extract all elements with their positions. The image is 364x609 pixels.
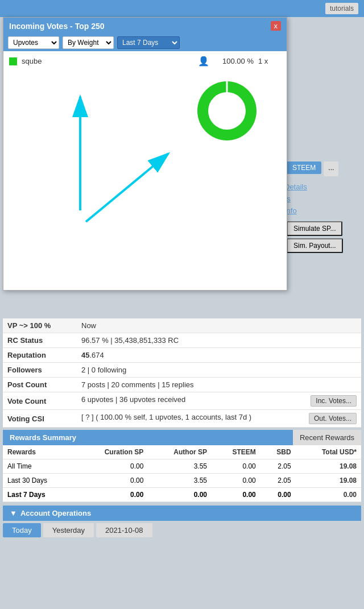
donut-hole xyxy=(208,92,246,130)
rewards-row-sbd: 0.00 xyxy=(260,488,296,502)
vote-count-text: 6 upvotes | 36 upvotes received xyxy=(81,395,185,404)
followers-label: Followers xyxy=(3,363,77,378)
rewards-section: Rewards Summary Recent Rewards Rewards C… xyxy=(3,430,361,502)
rewards-row-label: All Time xyxy=(3,459,76,474)
vote-type-select[interactable]: Upvotes Downvotes All xyxy=(8,36,59,49)
donut-chart xyxy=(190,74,264,148)
rewards-row-sbd: 2.05 xyxy=(260,459,296,474)
donut-svg xyxy=(190,74,264,148)
voting-csi-row: Voting CSI [ ? ] ( 100.00 % self, 1 upvo… xyxy=(3,410,361,428)
arrows-svg xyxy=(12,80,194,239)
account-ops-title: Account Operations xyxy=(20,509,91,517)
rewards-row-total: 19.08 xyxy=(296,474,361,488)
right-links: Details rs Info xyxy=(284,179,364,219)
stats-table: VP ~> 100 % Now RC Status 96.57 % | 35,4… xyxy=(3,318,361,428)
rewards-row-steem: 0.00 xyxy=(212,459,260,474)
rewards-row-author: 0.00 xyxy=(148,488,212,502)
col-author-sp: Author SP xyxy=(148,445,212,459)
rc-value: 96.57 % | 35,438,851,333 RC xyxy=(77,333,361,348)
voter-color-indicator xyxy=(9,57,17,65)
reputation-number: 45.674 xyxy=(81,351,104,359)
voter-percent: 100.00 % xyxy=(214,57,254,65)
rewards-row-total: 0.00 xyxy=(296,488,361,502)
col-rewards: Rewards xyxy=(3,445,76,459)
modal-body: sqube 👤 100.00 % 1 x xyxy=(3,51,287,290)
rewards-row-steem: 0.00 xyxy=(212,474,260,488)
col-sbd: SBD xyxy=(260,445,296,459)
col-curation-sp: Curation SP xyxy=(76,445,148,459)
rc-label: RC Status xyxy=(3,333,77,348)
rewards-row-label: Last 7 Days xyxy=(3,488,76,502)
rewards-row-author: 3.55 xyxy=(148,459,212,474)
rewards-row-total: 19.08 xyxy=(296,459,361,474)
ops-tab-2[interactable]: 2021-10-08 xyxy=(96,523,152,537)
modal-title: Incoming Votes - Top 250 xyxy=(9,22,105,31)
reputation-label: Reputation xyxy=(3,348,77,363)
ops-tab-0[interactable]: Today xyxy=(3,523,41,537)
inc-votes-button[interactable]: Inc. Votes... xyxy=(311,395,357,407)
csi-text: [ ? ] ( 100.00 % self, 1 upvotes, 1 acco… xyxy=(81,413,251,421)
sort-select[interactable]: By Weight By Count By Name xyxy=(63,36,114,49)
reputation-row: Reputation 45.674 xyxy=(3,348,361,363)
post-count-row: Post Count 7 posts | 20 comments | 15 re… xyxy=(3,378,361,392)
rewards-row-author: 3.55 xyxy=(148,474,212,488)
vp-row: VP ~> 100 % Now xyxy=(3,318,361,333)
voting-csi-value: [ ? ] ( 100.00 % self, 1 upvotes, 1 acco… xyxy=(77,410,361,428)
rewards-row-2: Last 7 Days 0.00 0.00 0.00 0.00 0.00 xyxy=(3,488,361,502)
tutorials-link[interactable]: tutorials xyxy=(325,3,358,14)
main-content: VP ~> 100 % Now RC Status 96.57 % | 35,4… xyxy=(0,318,364,540)
steem-button[interactable]: STEEM xyxy=(287,161,321,174)
modal-filters: Upvotes Downvotes All By Weight By Count… xyxy=(3,34,287,51)
followers-row: Followers 2 | 0 following xyxy=(3,363,361,378)
rewards-row-1: Last 30 Days 0.00 3.55 0.00 2.05 19.08 xyxy=(3,474,361,488)
vote-count-value: 6 upvotes | 36 upvotes received Inc. Vot… xyxy=(77,392,361,410)
post-count-value: 7 posts | 20 comments | 15 replies xyxy=(77,378,361,392)
col-total-usd: Total USD* xyxy=(296,445,361,459)
triangle-icon: ▼ xyxy=(10,509,17,517)
rewards-title: Rewards Summary xyxy=(3,430,293,445)
arrow-diagonal xyxy=(86,154,168,222)
incoming-votes-modal: Incoming Votes - Top 250 x Upvotes Downv… xyxy=(3,17,287,291)
info-link[interactable]: Info xyxy=(284,205,364,217)
vote-count-row: Vote Count 6 upvotes | 36 upvotes receiv… xyxy=(3,392,361,410)
voter-count: 1 x xyxy=(258,57,281,65)
rewards-row-steem: 0.00 xyxy=(212,488,260,502)
out-votes-button[interactable]: Out. Votes... xyxy=(309,413,357,424)
simulate-sp-button[interactable]: Simulate SP... xyxy=(287,221,342,236)
rewards-header: Rewards Summary Recent Rewards xyxy=(3,430,361,445)
account-ops-tabs: TodayYesterday2021-10-08 xyxy=(3,523,361,540)
rewards-table: Rewards Curation SP Author SP STEEM SBD … xyxy=(3,445,361,502)
right-panel: STEEM ... Details rs Info Simulate SP...… xyxy=(284,159,364,258)
dots-button[interactable]: ... xyxy=(324,161,338,176)
period-select[interactable]: Last 7 Days Last 30 Days All Time xyxy=(117,36,180,49)
voting-csi-label: Voting CSI xyxy=(3,410,77,428)
rc-row: RC Status 96.57 % | 35,438,851,333 RC xyxy=(3,333,361,348)
modal-close-button[interactable]: x xyxy=(271,21,282,31)
voter-icon: 👤 xyxy=(198,56,209,67)
rewards-row-sbd: 2.05 xyxy=(260,474,296,488)
recent-rewards-tab[interactable]: Recent Rewards xyxy=(293,430,361,445)
vp-label: VP ~> 100 % xyxy=(3,318,77,333)
vote-count-label: Vote Count xyxy=(3,392,77,410)
rewards-row-curation: 0.00 xyxy=(76,474,148,488)
voter-name: sqube xyxy=(22,57,193,65)
vp-value: Now xyxy=(77,318,361,333)
details-link[interactable]: Details xyxy=(284,181,364,193)
sim-payout-button[interactable]: Sim. Payout... xyxy=(287,238,343,253)
followers-value: 2 | 0 following xyxy=(77,363,361,378)
account-ops-header: ▼ Account Operations xyxy=(3,506,361,521)
rewards-header-row: Rewards Curation SP Author SP STEEM SBD … xyxy=(3,445,361,459)
modal-header: Incoming Votes - Top 250 x xyxy=(3,18,287,34)
rewards-row-0: All Time 0.00 3.55 0.00 2.05 19.08 xyxy=(3,459,361,474)
rewards-row-curation: 0.00 xyxy=(76,459,148,474)
voter-row: sqube 👤 100.00 % 1 x xyxy=(9,56,281,67)
post-count-label: Post Count xyxy=(3,378,77,392)
followers-link[interactable]: rs xyxy=(284,193,364,205)
rewards-row-label: Last 30 Days xyxy=(3,474,76,488)
rewards-row-curation: 0.00 xyxy=(76,488,148,502)
col-steem: STEEM xyxy=(212,445,260,459)
reputation-value: 45.674 xyxy=(77,348,361,363)
top-bar: tutorials xyxy=(0,0,364,17)
ops-tab-1[interactable]: Yesterday xyxy=(43,523,94,537)
